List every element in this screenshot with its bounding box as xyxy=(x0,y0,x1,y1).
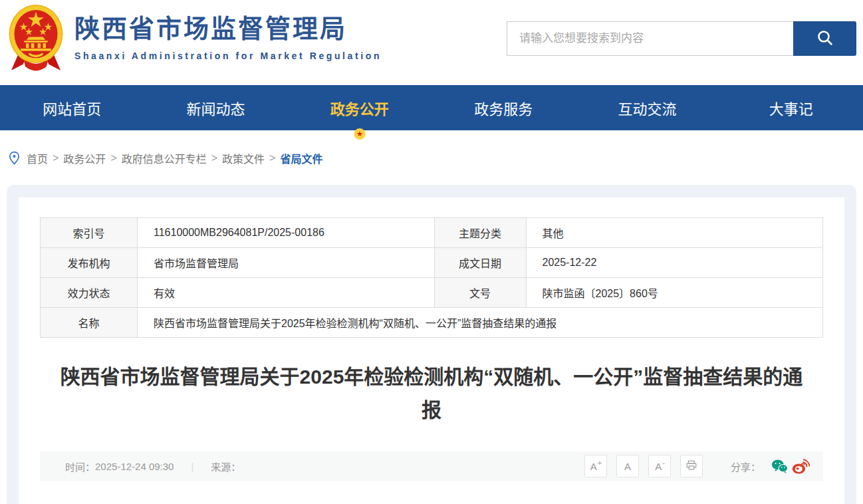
site-title: 陕西省市场监督管理局 xyxy=(74,14,382,45)
print-button[interactable] xyxy=(680,455,703,477)
national-emblem-icon xyxy=(7,3,65,78)
weibo-share-icon[interactable] xyxy=(792,459,810,474)
wechat-share-icon[interactable] xyxy=(771,459,788,473)
table-row: 名称 陕西省市场监督管理局关于2025年检验检测机构“双随机、一公开”监督抽查结… xyxy=(41,308,823,338)
search-icon xyxy=(816,29,834,49)
nav-item-home[interactable]: 网站首页 xyxy=(0,85,144,130)
doc-info-label: 名称 xyxy=(41,308,138,338)
nav-item-label: 政务公开 xyxy=(330,97,389,118)
nav-item-news[interactable]: 新闻动态 xyxy=(144,85,287,130)
search-input[interactable] xyxy=(507,21,793,56)
nav-item-gov-disclosure[interactable]: 政务公开 ★ xyxy=(288,85,432,130)
article-meta-bar: 时间： 2025-12-24 09:30 | 来源： A+ A A- xyxy=(40,451,823,481)
breadcrumb-separator: > xyxy=(110,152,116,164)
breadcrumb-info-column[interactable]: 政府信息公开专栏 xyxy=(122,150,207,166)
doc-info-value: 陕西省市场监督管理局关于2025年检验检测机构“双随机、一公开”监督抽查结果的通… xyxy=(138,308,823,338)
doc-info-label: 索引号 xyxy=(41,218,138,248)
doc-info-label: 主题分类 xyxy=(434,218,526,248)
meta-left: 时间： 2025-12-24 09:30 | 来源： xyxy=(65,459,241,473)
content-card: 索引号 11610000MB2964081P/2025-00186 主题分类 其… xyxy=(7,185,856,504)
brand-text: 陕西省市场监督管理局 Shaanxi Administration for Ma… xyxy=(74,3,382,61)
doc-info-label: 效力状态 xyxy=(41,278,138,308)
meta-divider: | xyxy=(191,461,193,472)
time-label: 时间： xyxy=(65,459,95,473)
font-default-button[interactable]: A xyxy=(616,455,639,477)
doc-info-value: 陕市监函〔2025〕860号 xyxy=(526,278,823,308)
table-row: 发布机构 省市场监督管理局 成文日期 2025-12-22 xyxy=(41,248,823,278)
search-bar xyxy=(507,21,856,56)
font-button-sup: + xyxy=(598,459,602,467)
breadcrumb-policy-files[interactable]: 政策文件 xyxy=(222,150,265,166)
site-header: 陕西省市场监督管理局 Shaanxi Administration for Ma… xyxy=(0,0,863,85)
site-subtitle: Shaanxi Administration for Market Regula… xyxy=(74,51,382,61)
page-title: 陕西省市场监督管理局关于2025年检验检测机构“双随机、一公开”监督抽查结果的通… xyxy=(40,360,823,426)
doc-info-table: 索引号 11610000MB2964081P/2025-00186 主题分类 其… xyxy=(40,217,823,338)
table-row: 效力状态 有效 文号 陕市监函〔2025〕860号 xyxy=(41,278,823,308)
doc-info-value: 11610000MB2964081P/2025-00186 xyxy=(138,218,435,248)
doc-info-label: 发布机构 xyxy=(41,248,138,278)
font-decrease-button[interactable]: A- xyxy=(648,455,671,477)
breadcrumb-home[interactable]: 首页 xyxy=(27,150,48,166)
doc-info-value: 有效 xyxy=(138,278,435,308)
share-label: 分享： xyxy=(731,459,761,473)
breadcrumb-separator: > xyxy=(211,152,217,164)
breadcrumb-gov-disclosure[interactable]: 政务公开 xyxy=(63,150,106,166)
doc-info-value: 2025-12-22 xyxy=(526,248,823,278)
time-value: 2025-12-24 09:30 xyxy=(95,461,174,472)
font-button-label: A xyxy=(590,461,597,472)
doc-info-label: 文号 xyxy=(434,278,526,308)
nav-item-gov-services[interactable]: 政务服务 xyxy=(432,85,575,130)
breadcrumb: 首页 > 政务公开 > 政府信息公开专栏 > 政策文件 > 省局文件 xyxy=(8,150,863,166)
location-pin-icon xyxy=(8,151,21,166)
breadcrumb-current[interactable]: 省局文件 xyxy=(280,150,322,166)
doc-info-value: 省市场监督管理局 xyxy=(138,248,435,278)
breadcrumb-separator: > xyxy=(53,152,59,164)
printer-icon xyxy=(685,459,697,473)
table-row: 索引号 11610000MB2964081P/2025-00186 主题分类 其… xyxy=(41,218,823,248)
doc-info-value: 其他 xyxy=(526,218,823,248)
nav-item-interaction[interactable]: 互动交流 xyxy=(575,85,719,130)
font-increase-button[interactable]: A+ xyxy=(584,455,607,477)
nav-item-milestones[interactable]: 大事记 xyxy=(719,85,863,130)
active-nav-star-icon: ★ xyxy=(354,128,365,140)
search-button[interactable] xyxy=(793,21,856,56)
source-label: 来源： xyxy=(211,459,241,473)
content-card-inner: 索引号 11610000MB2964081P/2025-00186 主题分类 其… xyxy=(19,197,844,504)
main-nav: 网站首页 新闻动态 政务公开 ★ 政务服务 互动交流 大事记 xyxy=(0,85,863,130)
font-button-label: A xyxy=(655,461,662,472)
font-button-sup: - xyxy=(662,459,665,467)
font-button-label: A xyxy=(624,461,631,472)
site-logo-link[interactable]: 陕西省市场监督管理局 Shaanxi Administration for Ma… xyxy=(0,0,382,78)
doc-info-label: 成文日期 xyxy=(434,248,526,278)
meta-right: A+ A A- 分享： xyxy=(584,455,810,477)
breadcrumb-separator: > xyxy=(269,152,275,164)
